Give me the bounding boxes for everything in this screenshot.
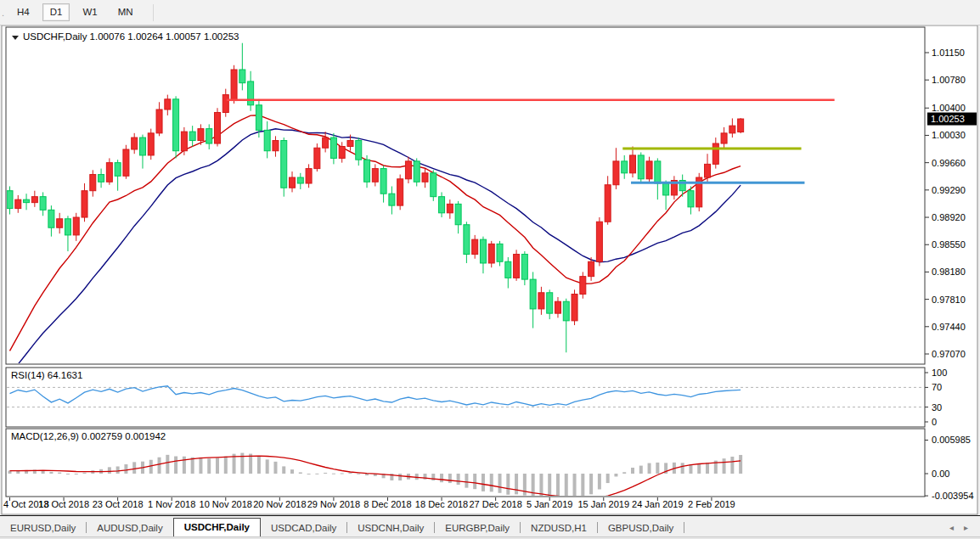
tab-gbpusd[interactable]: GBPUSD,Daily	[598, 519, 684, 537]
symbol-tabbar: EURUSD,DailyAUDUSD,DailyUSDCHF,DailyUSDC…	[0, 515, 980, 537]
tab-separator	[684, 522, 684, 533]
date-label: 29 Nov 2018	[307, 499, 360, 509]
price-tick-label: 0.99290	[932, 185, 966, 195]
price-tick-label: 0.97070	[932, 349, 966, 359]
price-tick-label: 0.98180	[932, 267, 966, 277]
timeframe-button-h4[interactable]: H4	[9, 3, 37, 22]
terminal-window: { "toolbar": { "overflow_mark": ".", "bu…	[0, 0, 980, 539]
date-label: 8 Dec 2018	[363, 499, 411, 509]
rsi-tick-label: 70	[932, 382, 942, 392]
date-label: 13 Oct 2018	[38, 499, 89, 509]
rsi-panel[interactable]	[6, 368, 925, 427]
tabs-scroll-left-icon[interactable]: ◂	[949, 523, 954, 532]
date-label: 23 Oct 2018	[93, 499, 144, 509]
date-label: 10 Nov 2018	[200, 499, 252, 509]
date-label: 18 Dec 2018	[415, 499, 468, 509]
tab-nzdusd[interactable]: NZDUSD,H1	[521, 519, 597, 537]
date-label: 1 Nov 2018	[148, 499, 195, 509]
price-tick-label: 0.97810	[932, 295, 966, 305]
symbol-tabs: EURUSD,DailyAUDUSD,DailyUSDCHF,DailyUSDC…	[0, 518, 684, 537]
tab-usdcad[interactable]: USDCAD,Daily	[261, 519, 346, 537]
macd-title: MACD(12,26,9) 0.002759 0.001942	[11, 431, 166, 441]
price-tick-label: 0.98920	[932, 212, 966, 222]
date-label: 20 Nov 2018	[253, 499, 306, 509]
date-label: 24 Jan 2019	[632, 499, 684, 509]
date-label: 5 Jan 2019	[527, 499, 572, 509]
tabs-scroll-right-icon[interactable]: ▸	[964, 523, 968, 532]
toolbar-separator	[153, 4, 154, 21]
tab-audusd[interactable]: AUDUSD,Daily	[87, 519, 172, 537]
rsi-title: RSI(14) 64.1631	[11, 370, 82, 380]
tab-usdcnh[interactable]: USDCNH,Daily	[347, 519, 434, 537]
price-tick-label: 0.99660	[932, 158, 966, 168]
macd-tick-label: -0.003954	[932, 491, 974, 501]
timeframe-button-mn[interactable]: MN	[110, 3, 141, 22]
date-label: 2 Feb 2019	[688, 499, 735, 509]
rsi-tick-label: 100	[932, 368, 947, 378]
tab-eurusd[interactable]: EURUSD,Daily	[0, 519, 86, 537]
date-label: 27 Dec 2018	[469, 499, 521, 509]
timeframe-buttons: H4D1W1MN	[4, 3, 141, 22]
price-tick-label: 1.00030	[932, 130, 966, 140]
main-chart-panel[interactable]	[6, 27, 925, 364]
tab-usdchf[interactable]: USDCHF,Daily	[173, 518, 261, 538]
tab-eurgbp[interactable]: EURGBP,Daily	[435, 519, 520, 537]
chart-svg[interactable]: 1.011501.007801.004001.000300.996600.992…	[0, 25, 980, 515]
timeframe-button-w1[interactable]: W1	[75, 3, 104, 22]
date-label: 15 Jan 2019	[577, 499, 629, 509]
timeframe-toolbar: . H4D1W1MN	[0, 0, 980, 25]
chart-title[interactable]: USDCHF,Daily 1.00076 1.00264 1.00057 1.0…	[12, 31, 239, 42]
price-tick-label: 1.01150	[932, 48, 965, 58]
macd-tick-label: 0.00	[932, 469, 949, 479]
price-tick-label: 0.97440	[932, 322, 966, 332]
price-tick-label: 1.00780	[932, 75, 966, 85]
rsi-tick-label: 0	[932, 417, 937, 427]
timeframe-button-d1[interactable]: D1	[42, 3, 70, 22]
chart-window[interactable]: 1.011501.007801.004001.000300.996600.992…	[0, 25, 980, 515]
rsi-tick-label: 30	[932, 402, 942, 413]
price-tick-label: 0.98550	[932, 239, 966, 250]
price-tick-label: 1.00400	[932, 103, 966, 113]
current-price-label: 1.00253	[931, 114, 965, 124]
chart-title-text: USDCHF,Daily 1.00076 1.00264 1.00057 1.0…	[23, 31, 239, 42]
macd-tick-label: 0.005985	[932, 435, 971, 445]
